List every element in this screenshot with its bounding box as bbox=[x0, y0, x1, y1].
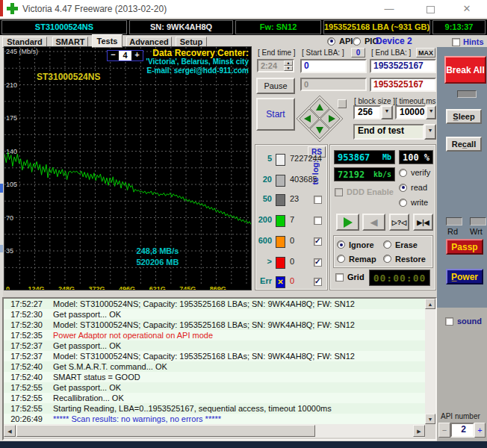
cursor-position: 520206 MB bbox=[117, 257, 199, 268]
scan-question-button[interactable]: ▷?◁ bbox=[389, 214, 409, 231]
clock: 9:13:37 bbox=[432, 20, 486, 34]
chevron-down-icon[interactable]: ▼ bbox=[424, 124, 436, 140]
log-time: 17:52:40 bbox=[4, 372, 43, 382]
log-time: 17:52:37 bbox=[4, 351, 43, 361]
plus-icon[interactable]: + bbox=[474, 423, 486, 438]
log-time: 17:52:27 bbox=[4, 299, 43, 309]
radio-pio[interactable]: PIO bbox=[353, 37, 379, 46]
log-list[interactable]: 17:52:27Model: ST31000524NS; Capacity: 1… bbox=[4, 299, 425, 424]
banner-line3: E-mail: sergei@hdd-911.com bbox=[146, 66, 249, 75]
minimize-icon[interactable]: — bbox=[379, 3, 399, 16]
sleep-button[interactable]: S̲leep bbox=[446, 109, 482, 124]
end-action-dropdown[interactable]: End of test ▼ bbox=[353, 124, 436, 140]
background-window-artifact bbox=[0, 0, 3, 16]
bin-count: 0 bbox=[290, 236, 294, 245]
drive-model: ST31000524NS bbox=[1, 20, 127, 34]
bin-count: 0 bbox=[290, 257, 294, 266]
radio-verify[interactable]: verify bbox=[399, 168, 430, 177]
timer-lcd: 00:00:00 bbox=[369, 270, 430, 286]
svg-text:105: 105 bbox=[6, 181, 17, 188]
radio-erase[interactable]: Erase bbox=[383, 240, 429, 249]
minus-icon[interactable]: − bbox=[438, 423, 450, 438]
radio-restore-dot bbox=[383, 255, 391, 263]
banner: Data Recovery Center: 'Victoria', Belaru… bbox=[146, 49, 249, 75]
error-x-icon: ✕ bbox=[276, 276, 285, 288]
log-vertical-scrollbar[interactable]: ▲ ▼ bbox=[425, 299, 435, 424]
rewind-button[interactable]: ◀ bbox=[362, 214, 385, 231]
speed-trace bbox=[4, 152, 251, 225]
chevron-down-icon[interactable]: ▼ bbox=[381, 105, 393, 119]
bin-color-block bbox=[276, 194, 285, 206]
radio-read-dot bbox=[399, 184, 407, 192]
break-all-button[interactable]: Break All bbox=[444, 56, 486, 84]
radio-ignore-label: Ignore bbox=[349, 240, 374, 249]
cursor-speed: 248,8 MB/s bbox=[117, 246, 199, 257]
bin-log-checkbox[interactable] bbox=[314, 217, 322, 225]
bin-log-checkbox[interactable] bbox=[314, 196, 322, 204]
recall-button[interactable]: Rec̲all bbox=[446, 137, 482, 152]
scroll-down-icon[interactable]: ▼ bbox=[425, 414, 435, 424]
radio-ignore[interactable]: Ignore bbox=[337, 240, 383, 249]
bin-log-checkbox[interactable] bbox=[314, 258, 322, 267]
timeout-dropdown[interactable]: 10000 ▼ bbox=[395, 105, 436, 119]
radio-remap[interactable]: Remap bbox=[337, 255, 383, 264]
zoom-in-icon[interactable]: + bbox=[131, 51, 143, 60]
position-value: 953867 bbox=[335, 152, 370, 163]
start-button[interactable]: Start bbox=[256, 98, 295, 131]
pause-button[interactable]: Pause bbox=[256, 78, 295, 94]
scan-graph[interactable]: 245 (Mb/s)21017514010570350124G248G372G4… bbox=[4, 46, 252, 290]
maximize-icon[interactable] bbox=[426, 6, 435, 13]
end-time-spinner[interactable]: 2:24 ▲ ▼ bbox=[257, 59, 294, 72]
scrollbar-thumb[interactable] bbox=[16, 425, 315, 437]
end-lba-input[interactable]: 1953525167 bbox=[370, 59, 436, 73]
log-row: 17:52:55Starting Reading, LBA=0..1953525… bbox=[4, 403, 425, 414]
bin-log-checkbox[interactable] bbox=[314, 278, 322, 286]
svg-text:70: 70 bbox=[6, 214, 13, 222]
end-time-label: [ End time ] bbox=[258, 49, 296, 57]
start-lba-input[interactable]: 0 bbox=[300, 59, 367, 73]
tab-tests[interactable]: Tests bbox=[92, 34, 122, 48]
spin-up-icon[interactable]: ▲ bbox=[284, 60, 293, 66]
scroll-up-icon[interactable]: ▲ bbox=[425, 299, 435, 309]
grid-checkbox[interactable]: Grid bbox=[335, 273, 365, 281]
chevron-down-icon[interactable]: ▼ bbox=[426, 105, 436, 119]
go-to-end-button[interactable]: ▶|◀ bbox=[413, 214, 433, 231]
monitor-panel: 953867 Mb 100 % 72192 kb/s verify read w… bbox=[329, 144, 436, 290]
log-row: 17:52:37Model: ST31000524NS; Capacity: 1… bbox=[4, 351, 425, 361]
log-message: Get passport... OK bbox=[53, 382, 121, 393]
write-led bbox=[470, 217, 486, 225]
zoom-out-icon[interactable]: − bbox=[108, 51, 119, 60]
log-time: 20:26:49 bbox=[4, 414, 43, 424]
log-message: Starting Reading, LBA=0..1953525167, seq… bbox=[53, 403, 332, 414]
window-title: Victoria 4.47 Freeware (2013-02-20) bbox=[22, 4, 167, 14]
start-lba-reset-button[interactable]: 0 bbox=[351, 48, 365, 57]
bin-log-checkbox[interactable] bbox=[314, 237, 322, 246]
timing-bin-row: 6000 bbox=[255, 236, 329, 249]
sound-checkbox[interactable]: sound bbox=[445, 317, 482, 326]
drive-serial: SN: 9WK4AH8Q bbox=[129, 20, 233, 34]
passp-button[interactable]: Passp bbox=[446, 239, 483, 255]
hints-checkbox[interactable]: Hints bbox=[452, 37, 484, 46]
radio-read[interactable]: read bbox=[399, 183, 427, 192]
ddd-enable-checkbox[interactable]: DDD Enable bbox=[335, 187, 394, 196]
end-time-spin-buttons[interactable]: ▲ ▼ bbox=[284, 60, 293, 71]
scroll-right-icon[interactable]: ▶ bbox=[413, 425, 425, 437]
speed-value: 72192 bbox=[335, 169, 365, 180]
block-size-dropdown[interactable]: 256 ▼ bbox=[353, 105, 393, 119]
position-lcd: 953867 Mb bbox=[334, 150, 395, 164]
log-message: Model: ST31000524NS; Capacity: 195352516… bbox=[53, 299, 355, 309]
radio-api[interactable]: API bbox=[327, 37, 353, 46]
log-horizontal-scrollbar[interactable]: ◀ ▶ bbox=[4, 424, 425, 438]
scroll-left-icon[interactable]: ◀ bbox=[4, 425, 16, 437]
radio-restore[interactable]: Restore bbox=[383, 255, 429, 264]
start-scan-button[interactable] bbox=[336, 214, 359, 231]
power-button[interactable]: P̲ower bbox=[446, 269, 483, 284]
api-number-stepper[interactable]: − 2 + bbox=[438, 423, 486, 438]
radio-write[interactable]: write bbox=[399, 198, 428, 207]
end-lba-max-button[interactable]: MAX bbox=[416, 48, 435, 57]
close-icon[interactable]: ✕ bbox=[457, 3, 477, 16]
block-size-label: [ block size ] bbox=[354, 97, 395, 105]
timing-bin-row: >0 bbox=[255, 257, 329, 270]
navigation-pad[interactable] bbox=[296, 95, 344, 143]
spin-down-icon[interactable]: ▼ bbox=[284, 66, 293, 71]
